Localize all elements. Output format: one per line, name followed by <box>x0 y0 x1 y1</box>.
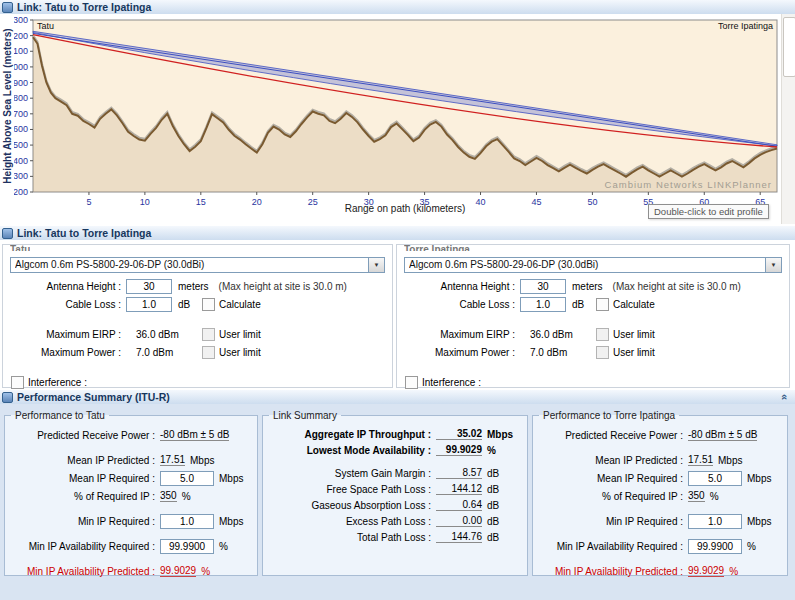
performance-summary-title: Performance Summary (ITU-R) <box>17 391 170 403</box>
max-eirp-value: 36.0 dBm <box>530 329 573 340</box>
percent-of-required-ip-label: % of Required IP : <box>533 491 683 502</box>
lowest-mode-availability-label: Lowest Mode Availability : <box>263 445 431 456</box>
percent-of-required-ip-value: 350 <box>688 490 705 502</box>
y-tick-label: 1000 <box>14 62 28 72</box>
aggregate-ip-throughput-unit: Mbps <box>487 429 513 440</box>
min-ip-availability-required-row: Min IP Availability Required :% <box>5 537 257 555</box>
mean-ip-predicted-row: Mean IP Predicted :17.51Mbps <box>533 451 787 469</box>
chevron-down-icon[interactable]: ▼ <box>368 258 384 272</box>
y-tick-label: 600 <box>14 124 28 134</box>
calculate-checkbox[interactable] <box>202 298 215 311</box>
lowest-mode-availability-value: 99.9029 <box>436 444 482 456</box>
cable-loss-input[interactable] <box>126 297 172 312</box>
system-gain-margin-row: System Gain Margin :8.57dB <box>263 465 527 481</box>
gaseous-absorption-loss-unit: dB <box>487 500 499 511</box>
system-gain-margin-unit: dB <box>487 468 499 479</box>
interference-checkbox[interactable] <box>11 376 24 389</box>
min-ip-required-input[interactable] <box>688 514 742 529</box>
power-user-limit-checkbox[interactable] <box>202 346 215 359</box>
group-title: Performance to Torre Ipatinga <box>539 410 679 421</box>
predicted-receive-power-row: Predicted Receive Power :-80 dBm ± 5 dB <box>533 426 787 444</box>
antenna-select-value: Algcom 0.6m PS-5800-29-06-DP (30.0dBi) <box>15 258 366 272</box>
performance-summary-section: Performance to Tatu Predicted Receive Po… <box>0 404 795 600</box>
interference-checkbox[interactable] <box>405 376 418 389</box>
predicted-receive-power-label: Predicted Receive Power : <box>5 430 155 441</box>
min-ip-availability-predicted-unit: % <box>201 566 210 577</box>
group-title: Link Summary <box>269 410 341 421</box>
antenna-height-label: Antenna Height : <box>9 281 121 292</box>
predicted-receive-power-label: Predicted Receive Power : <box>533 430 683 441</box>
antenna-height-label: Antenna Height : <box>403 281 515 292</box>
vertical-scrollbar[interactable] <box>781 14 795 224</box>
mean-ip-required-input[interactable] <box>688 471 742 486</box>
cable-loss-row: Cable Loss : dB Calculate <box>9 297 388 312</box>
power-user-limit-checkbox[interactable] <box>596 346 609 359</box>
site-label-tatu: Tatu <box>37 21 54 31</box>
mean-ip-required-input[interactable] <box>160 471 214 486</box>
min-ip-required-label: Min IP Required : <box>5 516 155 527</box>
interference-row: Interference : <box>403 375 785 390</box>
scrollbar-thumb[interactable] <box>783 17 795 77</box>
group-title: Performance to Tatu <box>11 410 109 421</box>
antenna-height-input[interactable] <box>126 279 172 294</box>
equipment-group-label: Torre Ipatinga <box>404 245 470 251</box>
eirp-user-limit-checkbox[interactable] <box>596 328 609 341</box>
equipment-group-label: Tatu <box>10 245 30 251</box>
excess-path-loss-label: Excess Path Loss : <box>263 516 431 527</box>
power-user-limit-label: User limit <box>219 347 261 358</box>
mean-ip-required-label: Mean IP Required : <box>5 473 155 484</box>
performance-to-torre-box: Performance to Torre Ipatinga Predicted … <box>532 410 788 576</box>
free-space-path-loss-value: 144.12 <box>436 483 482 495</box>
max-power-value: 7.0 dBm <box>136 347 173 358</box>
y-tick-label: 400 <box>14 156 28 166</box>
min-ip-required-input[interactable] <box>160 514 214 529</box>
calculate-label: Calculate <box>219 299 261 310</box>
predicted-receive-power-value: -80 dBm ± 5 dB <box>160 429 229 441</box>
min-ip-availability-predicted-label: Min IP Availability Predicted : <box>533 566 683 577</box>
min-ip-availability-required-input[interactable] <box>688 539 742 554</box>
lowest-mode-availability-row: Lowest Mode Availability :99.9029% <box>263 442 527 458</box>
cable-loss-row: Cable Loss : dB Calculate <box>403 297 785 312</box>
eirp-user-limit-checkbox[interactable] <box>202 328 215 341</box>
path-profile-region: 2003004005006007008009001000110012001300… <box>0 14 781 226</box>
cable-loss-label: Cable Loss : <box>403 299 515 310</box>
antenna-height-row: Antenna Height : meters (Max height at s… <box>403 279 785 294</box>
percent-of-required-ip-row: % of Required IP :350% <box>5 487 257 505</box>
link-summary-box: Link Summary Aggregate IP Throughput :35… <box>262 410 528 576</box>
total-path-loss-row: Total Path Loss :144.76dB <box>263 529 527 545</box>
equipment-section: Tatu Algcom 0.6m PS-5800-29-06-DP (30.0d… <box>0 240 795 390</box>
y-tick-label: 1300 <box>14 16 28 25</box>
interference-label: Interference : <box>28 377 87 388</box>
max-eirp-row: Maximum EIRP : 36.0 dBm User limit <box>9 327 388 342</box>
min-ip-availability-predicted-label: Min IP Availability Predicted : <box>5 566 155 577</box>
antenna-select[interactable]: Algcom 0.6m PS-5800-29-06-DP (30.0dBi) ▼ <box>404 257 782 273</box>
predicted-receive-power-row: Predicted Receive Power :-80 dBm ± 5 dB <box>5 426 257 444</box>
min-ip-required-label: Min IP Required : <box>533 516 683 527</box>
percent-of-required-ip-row: % of Required IP :350% <box>533 487 787 505</box>
chevron-down-icon[interactable]: ▼ <box>765 258 781 272</box>
min-ip-availability-predicted-unit: % <box>729 566 738 577</box>
mean-ip-required-row: Mean IP Required :Mbps <box>5 469 257 487</box>
calculate-option: Calculate <box>596 298 655 311</box>
min-ip-availability-predicted-row: Min IP Availability Predicted :99.9029% <box>5 562 257 580</box>
max-power-row: Maximum Power : 7.0 dBm User limit <box>403 345 785 360</box>
antenna-height-unit: meters <box>572 281 603 292</box>
calculate-checkbox[interactable] <box>596 298 609 311</box>
antenna-select[interactable]: Algcom 0.6m PS-5800-29-06-DP (30.0dBi) ▼ <box>10 257 385 273</box>
mean-ip-predicted-value: 17.51 <box>160 454 185 466</box>
cable-loss-input[interactable] <box>520 297 566 312</box>
watermark: Cambium Networks LINKPlanner <box>572 179 772 190</box>
link-icon <box>2 228 13 239</box>
performance-summary-header[interactable]: Performance Summary (ITU-R) « <box>0 390 795 405</box>
eirp-user-limit-label: User limit <box>219 329 261 340</box>
min-ip-availability-predicted-value: 99.9029 <box>688 565 724 577</box>
min-ip-required-unit: Mbps <box>219 516 243 527</box>
collapse-chevron-icon[interactable]: « <box>779 394 791 400</box>
min-ip-availability-required-input[interactable] <box>160 539 214 554</box>
max-power-row: Maximum Power : 7.0 dBm User limit <box>9 345 388 360</box>
total-path-loss-label: Total Path Loss : <box>263 532 431 543</box>
antenna-height-input[interactable] <box>520 279 566 294</box>
antenna-select-value: Algcom 0.6m PS-5800-29-06-DP (30.0dBi) <box>409 258 763 272</box>
edit-profile-tooltip: Double-click to edit profile <box>648 204 769 219</box>
aggregate-ip-throughput-label: Aggregate IP Throughput : <box>263 429 431 440</box>
